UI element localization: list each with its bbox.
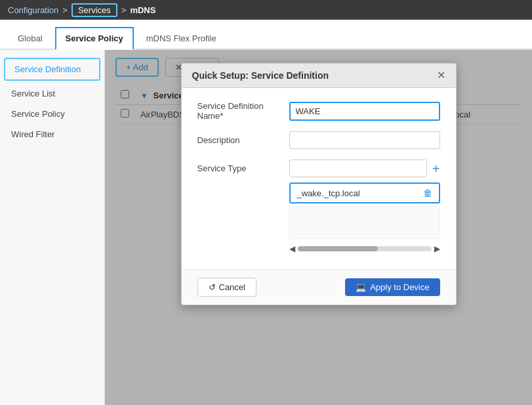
sidebar-item-service-definition[interactable]: Service Definition (4, 58, 100, 81)
add-service-type-button[interactable]: + (432, 162, 440, 175)
main-area: Global Service Policy mDNS Flex Profile … (0, 20, 532, 405)
scroll-right-arrow[interactable]: ▶ (434, 244, 440, 253)
modal-footer: ↺ Cancel 💻 Apply to Device (182, 269, 456, 305)
sidebar-item-service-list[interactable]: Service List (0, 83, 104, 104)
tab-service-policy[interactable]: Service Policy (55, 27, 134, 50)
modal-header: Quick Setup: Service Definition ✕ (182, 64, 456, 88)
scrollbar-area: ◀ ▶ (289, 242, 440, 256)
scroll-track[interactable] (298, 246, 432, 251)
modal-close-button[interactable]: ✕ (437, 70, 445, 81)
service-type-input[interactable] (289, 160, 427, 177)
form-row-service-type: Service Type + (197, 160, 440, 177)
sidebar-item-service-policy[interactable]: Service Policy (0, 104, 104, 124)
breadcrumb-services: Services (78, 5, 111, 15)
modal-dialog: Quick Setup: Service Definition ✕ Servic… (181, 63, 457, 305)
service-type-item: _wake._tcp.local 🗑 (289, 182, 440, 203)
modal-overlay: Quick Setup: Service Definition ✕ Servic… (105, 50, 532, 405)
service-definition-name-input[interactable] (289, 102, 440, 121)
tab-mdns-flex-profile[interactable]: mDNS Flex Profile (136, 28, 226, 49)
description-input[interactable] (289, 131, 440, 149)
delete-service-type-button[interactable]: 🗑 (423, 188, 432, 198)
breadcrumb-mdns: mDNS (130, 5, 155, 15)
service-type-empty-area (289, 206, 440, 239)
tab-bar: Global Service Policy mDNS Flex Profile (0, 20, 532, 50)
breadcrumb-sep1: > (62, 5, 68, 15)
scroll-thumb (298, 246, 378, 251)
cancel-icon: ↺ (209, 282, 216, 292)
description-label: Description (197, 135, 289, 145)
breadcrumb-bar: Configuration > Services > mDNS (0, 0, 532, 20)
scroll-left-arrow[interactable]: ◀ (289, 244, 295, 253)
name-label: Service Definition Name* (197, 101, 289, 121)
apply-icon: 💻 (356, 282, 366, 292)
service-type-item-value: _wake._tcp.local (297, 188, 360, 198)
service-type-label: Service Type (197, 163, 289, 173)
sidebar-item-wired-filter[interactable]: Wired Filter (0, 124, 104, 144)
tab-global[interactable]: Global (8, 28, 52, 49)
sidebar: Service Definition Service List Service … (0, 50, 105, 405)
apply-label: Apply to Device (370, 282, 429, 292)
cancel-button[interactable]: ↺ Cancel (197, 278, 256, 297)
modal-body: Service Definition Name* Description Ser… (182, 88, 456, 269)
form-row-description: Description (197, 131, 440, 149)
cancel-label: Cancel (219, 282, 245, 292)
content-area: Service Definition Service List Service … (0, 50, 532, 405)
breadcrumb-services-highlight: Services (72, 3, 117, 17)
breadcrumb-sep2: > (121, 5, 127, 15)
apply-to-device-button[interactable]: 💻 Apply to Device (345, 278, 440, 296)
main-panel: + Add ✕ Delete ▼ Service Definition (105, 50, 532, 405)
breadcrumb-configuration[interactable]: Configuration (8, 5, 58, 15)
form-row-name: Service Definition Name* (197, 101, 440, 121)
modal-title: Quick Setup: Service Definition (192, 70, 329, 81)
